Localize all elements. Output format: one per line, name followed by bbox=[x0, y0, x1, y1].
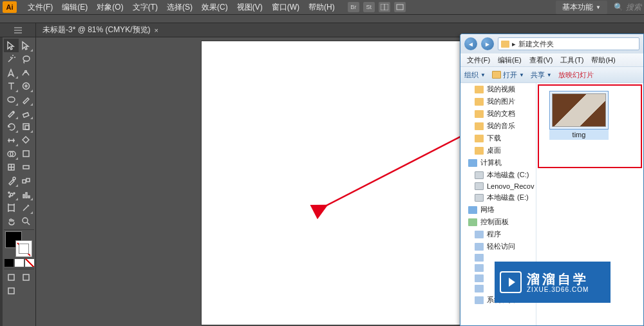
search-placeholder: 搜索 bbox=[626, 2, 641, 13]
tree-item-7[interactable]: 本地磁盘 (C:) bbox=[460, 169, 536, 181]
tree-item-8[interactable]: Lenovo_Recov bbox=[460, 181, 536, 191]
shaper-tool[interactable] bbox=[4, 106, 19, 120]
svg-point-4 bbox=[25, 71, 27, 73]
nav-forward-button[interactable]: ► bbox=[481, 37, 494, 50]
draw-normal[interactable] bbox=[4, 271, 19, 284]
selection-tool[interactable] bbox=[4, 39, 19, 52]
chip-none[interactable] bbox=[25, 259, 34, 267]
tree-item-5[interactable]: 桌面 bbox=[460, 144, 536, 157]
type-tool[interactable] bbox=[4, 79, 19, 93]
tree-item-1[interactable]: 我的图片 bbox=[460, 95, 536, 108]
magic-wand-tool[interactable] bbox=[4, 52, 19, 66]
paintbrush-tool[interactable] bbox=[19, 93, 33, 106]
panel-dock-toggle[interactable] bbox=[0, 23, 36, 37]
scale-tool[interactable] bbox=[19, 120, 33, 133]
eyedropper-tool[interactable] bbox=[4, 174, 19, 187]
tree-label: 下载 bbox=[487, 133, 501, 143]
slideshow-button[interactable]: 放映幻灯片 bbox=[558, 70, 594, 80]
tree-label: 程序 bbox=[487, 229, 501, 239]
menu-item-8[interactable]: 帮助(H) bbox=[304, 2, 339, 13]
stroke-color[interactable] bbox=[15, 240, 32, 257]
gpu-icon[interactable] bbox=[394, 2, 406, 12]
hand-tool[interactable] bbox=[4, 215, 19, 228]
explorer-titlebar[interactable]: ◄ ► ▸ 新建文件夹 bbox=[460, 34, 643, 53]
tree-item-4[interactable]: 下载 bbox=[460, 132, 536, 144]
free-transform-tool[interactable] bbox=[19, 133, 33, 147]
direct-selection-tool[interactable] bbox=[19, 39, 33, 52]
mesh-tool[interactable] bbox=[4, 160, 19, 174]
workspace-switcher[interactable]: 基本功能 ▼ bbox=[556, 1, 607, 14]
gradient-tool[interactable] bbox=[19, 160, 33, 174]
tree-label: 计算机 bbox=[480, 158, 502, 168]
explorer-menubar: 文件(F)编辑(E)查看(V)工具(T)帮助(H) bbox=[460, 53, 643, 66]
file-item-timg[interactable]: timg bbox=[549, 91, 609, 140]
tree-item-11[interactable]: 控制面板 bbox=[460, 216, 536, 228]
search-box[interactable]: 🔍 搜索 bbox=[614, 2, 641, 13]
explorer-menu-3[interactable]: 工具(T) bbox=[556, 55, 587, 65]
menu-item-1[interactable]: 编辑(E) bbox=[57, 2, 92, 13]
tree-item-2[interactable]: 我的文档 bbox=[460, 108, 536, 120]
menu-item-4[interactable]: 选择(S) bbox=[162, 2, 197, 13]
breadcrumb[interactable]: 新建文件夹 bbox=[518, 39, 554, 49]
tree-item-9[interactable]: 本地磁盘 (E:) bbox=[460, 191, 536, 204]
tree-item-0[interactable]: 我的视频 bbox=[460, 83, 536, 95]
organize-button[interactable]: 组织▼ bbox=[464, 70, 486, 80]
explorer-menu-4[interactable]: 帮助(H) bbox=[587, 55, 619, 65]
document-tab[interactable]: 未标题-3* @ 81% (CMYK/预览) × bbox=[36, 24, 165, 35]
rotate-tool[interactable] bbox=[4, 120, 19, 133]
lasso-tool[interactable] bbox=[19, 52, 33, 66]
artboard-tool[interactable] bbox=[4, 201, 19, 215]
width-tool[interactable] bbox=[4, 133, 19, 147]
svg-rect-27 bbox=[8, 205, 14, 211]
tree-item-6[interactable]: 计算机 bbox=[460, 157, 536, 169]
menu-item-5[interactable]: 效果(C) bbox=[197, 2, 232, 13]
menu-item-7[interactable]: 窗口(W) bbox=[267, 2, 304, 13]
eraser-tool[interactable] bbox=[19, 106, 33, 120]
curvature-tool[interactable] bbox=[19, 66, 33, 79]
drive-icon bbox=[475, 182, 484, 190]
blend-tool[interactable] bbox=[19, 174, 33, 187]
stock-icon[interactable]: St bbox=[363, 2, 375, 12]
tree-label: 我的视频 bbox=[487, 84, 515, 94]
pen-tool[interactable] bbox=[4, 66, 19, 79]
address-bar[interactable]: ▸ 新建文件夹 bbox=[498, 37, 639, 50]
svg-point-28 bbox=[23, 218, 28, 223]
line-segment-tool[interactable] bbox=[19, 79, 33, 93]
ellipse-tool[interactable] bbox=[4, 93, 19, 106]
open-button[interactable]: 打开▼ bbox=[492, 70, 524, 80]
close-tab-icon[interactable]: × bbox=[155, 26, 158, 34]
tree-item-13[interactable]: 轻松访问 bbox=[460, 240, 536, 253]
artboard[interactable] bbox=[202, 41, 478, 325]
slice-tool[interactable] bbox=[19, 201, 33, 215]
nav-back-button[interactable]: ◄ bbox=[464, 37, 477, 50]
tree-item-10[interactable]: 网络 bbox=[460, 204, 536, 216]
explorer-menu-0[interactable]: 文件(F) bbox=[463, 55, 494, 65]
chip-fill[interactable] bbox=[5, 259, 14, 267]
tab-title: 未标题-3* @ 81% (CMYK/预览) bbox=[43, 24, 151, 35]
menu-item-3[interactable]: 文字(T) bbox=[128, 2, 162, 13]
zoom-tool[interactable] bbox=[19, 215, 33, 228]
perspective-grid-tool[interactable] bbox=[19, 147, 33, 160]
symbol-sprayer-tool[interactable] bbox=[4, 187, 19, 201]
file-name-label: timg bbox=[549, 129, 609, 140]
tree-label: 我的图片 bbox=[487, 97, 515, 106]
share-button[interactable]: 共享▼ bbox=[531, 70, 552, 80]
tree-item-3[interactable]: 我的音乐 bbox=[460, 120, 536, 132]
svg-point-22 bbox=[14, 193, 15, 194]
chip-gradient[interactable] bbox=[15, 259, 24, 267]
shape-builder-tool[interactable] bbox=[4, 147, 19, 160]
bridge-icon[interactable]: Br bbox=[348, 2, 359, 12]
svg-point-20 bbox=[10, 193, 13, 196]
explorer-menu-1[interactable]: 编辑(E) bbox=[494, 55, 526, 65]
draw-behind[interactable] bbox=[19, 271, 33, 284]
explorer-menu-2[interactable]: 查看(V) bbox=[526, 55, 557, 65]
screen-mode[interactable] bbox=[4, 284, 19, 298]
menu-item-2[interactable]: 对象(O) bbox=[92, 2, 128, 13]
color-mode-chips[interactable] bbox=[4, 258, 35, 267]
menu-item-6[interactable]: 视图(V) bbox=[232, 2, 267, 13]
menu-item-0[interactable]: 文件(F) bbox=[23, 2, 57, 13]
tree-item-12[interactable]: 程序 bbox=[460, 228, 536, 240]
arrange-docs-icon[interactable] bbox=[379, 2, 390, 12]
fill-stroke-swatch[interactable] bbox=[4, 231, 33, 258]
column-graph-tool[interactable] bbox=[19, 187, 33, 201]
